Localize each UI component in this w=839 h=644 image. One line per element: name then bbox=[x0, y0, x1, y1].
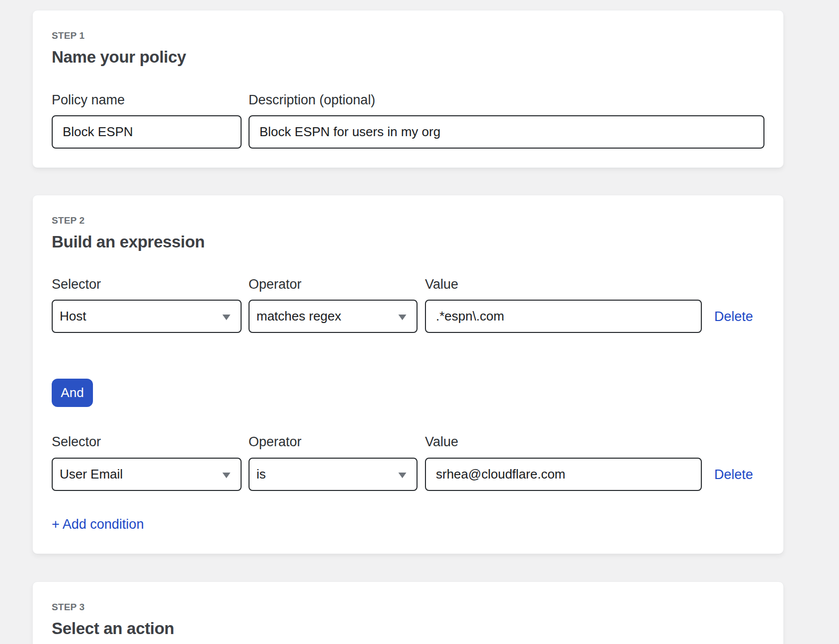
condition1-operator-label: Operator bbox=[249, 276, 418, 293]
condition1-selector-value: Host bbox=[60, 309, 86, 324]
step2-label: STEP 2 bbox=[52, 215, 764, 227]
chevron-down-icon bbox=[398, 314, 407, 321]
policy-name-row: Policy name Description (optional) bbox=[52, 91, 764, 149]
condition2-delete-link[interactable]: Delete bbox=[714, 466, 753, 483]
condition2-selector-label: Selector bbox=[52, 433, 242, 450]
step1-title: Name your policy bbox=[52, 47, 764, 68]
chevron-down-icon bbox=[398, 472, 407, 479]
condition1-selector-select[interactable]: Host bbox=[52, 300, 242, 333]
condition1-operator-value: matches regex bbox=[256, 309, 341, 324]
and-button[interactable]: And bbox=[52, 379, 93, 407]
condition2-labels: Selector Operator Value bbox=[52, 433, 764, 450]
description-label: Description (optional) bbox=[249, 91, 764, 108]
condition2-selector-select[interactable]: User Email bbox=[52, 458, 242, 491]
condition2-value-label: Value bbox=[425, 433, 702, 450]
step2-title: Build an expression bbox=[52, 232, 764, 252]
condition1-delete-link[interactable]: Delete bbox=[714, 308, 753, 325]
description-field: Description (optional) bbox=[249, 91, 764, 149]
condition2-selector-value: User Email bbox=[60, 467, 123, 482]
condition2-operator-value: is bbox=[256, 467, 266, 482]
condition2-row: User Email is Delete bbox=[52, 458, 764, 491]
step3-title: Select an action bbox=[52, 618, 764, 639]
condition1-row: Host matches regex Delete bbox=[52, 300, 764, 333]
condition1-value-input[interactable] bbox=[425, 300, 702, 333]
step3-label: STEP 3 bbox=[52, 601, 764, 613]
condition2-operator-select[interactable]: is bbox=[249, 458, 418, 491]
condition1-selector-label: Selector bbox=[52, 276, 242, 293]
step2-card: STEP 2 Build an expression Selector Oper… bbox=[32, 195, 784, 554]
step1-label: STEP 1 bbox=[52, 30, 764, 42]
condition1-operator-select[interactable]: matches regex bbox=[249, 300, 418, 333]
chevron-down-icon bbox=[222, 472, 231, 479]
policy-name-label: Policy name bbox=[52, 91, 242, 108]
condition2-value-input[interactable] bbox=[425, 458, 702, 491]
step1-card: STEP 1 Name your policy Policy name Desc… bbox=[32, 10, 784, 168]
policy-name-input[interactable] bbox=[52, 115, 242, 149]
step3-card: STEP 3 Select an action bbox=[32, 581, 784, 644]
gateway-policy-builder: STEP 1 Name your policy Policy name Desc… bbox=[0, 10, 839, 644]
condition2-operator-label: Operator bbox=[249, 433, 418, 450]
condition1-value-label: Value bbox=[425, 276, 702, 293]
policy-name-field: Policy name bbox=[52, 91, 242, 149]
add-condition-link[interactable]: + Add condition bbox=[52, 516, 144, 533]
chevron-down-icon bbox=[222, 314, 231, 321]
condition1-labels: Selector Operator Value bbox=[52, 276, 764, 293]
description-input[interactable] bbox=[249, 115, 764, 149]
